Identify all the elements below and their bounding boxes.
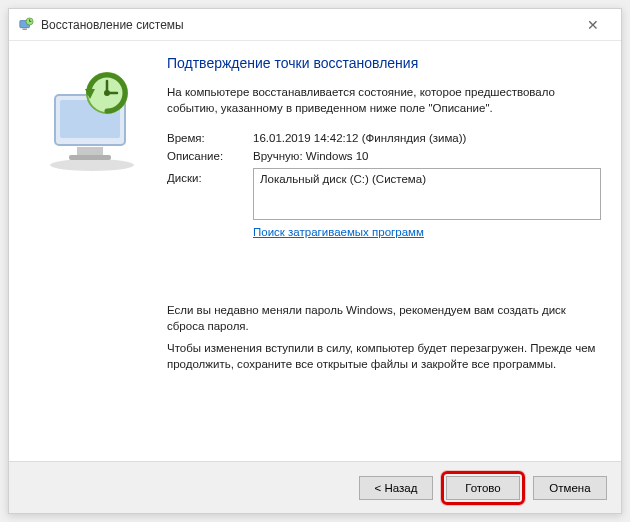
left-column [17, 49, 167, 461]
close-button[interactable]: ✕ [573, 17, 613, 33]
description-label: Описание: [167, 150, 253, 162]
description-row: Описание: Вручную: Windows 10 [167, 150, 601, 162]
window-title: Восстановление системы [41, 18, 573, 32]
dialog-body: Подтверждение точки восстановления На ко… [9, 41, 621, 461]
finish-highlight: Готово [441, 471, 525, 505]
notes-block: Если вы недавно меняли пароль Windows, р… [167, 302, 601, 372]
affected-programs-link[interactable]: Поиск затрагиваемых программ [253, 226, 424, 238]
titlebar: Восстановление системы ✕ [9, 9, 621, 41]
finish-button[interactable]: Готово [446, 476, 520, 500]
dialog-footer: < Назад Готово Отмена [9, 461, 621, 513]
disks-label: Диски: [167, 168, 253, 220]
system-restore-icon [17, 16, 35, 34]
description-text: На компьютере восстанавливается состояни… [167, 85, 601, 116]
time-row: Время: 16.01.2019 14:42:12 (Финляндия (з… [167, 132, 601, 144]
time-value: 16.01.2019 14:42:12 (Финляндия (зима)) [253, 132, 601, 144]
disks-list: Локальный диск (C:) (Система) [253, 168, 601, 220]
description-value: Вручную: Windows 10 [253, 150, 601, 162]
svg-rect-6 [77, 147, 103, 155]
page-heading: Подтверждение точки восстановления [167, 55, 601, 71]
back-button[interactable]: < Назад [359, 476, 433, 500]
right-column: Подтверждение точки восстановления На ко… [167, 49, 601, 461]
restore-illustration-icon [37, 67, 147, 177]
note-password: Если вы недавно меняли пароль Windows, р… [167, 302, 601, 334]
svg-point-3 [50, 159, 134, 171]
cancel-button[interactable]: Отмена [533, 476, 607, 500]
svg-rect-1 [22, 28, 26, 29]
note-restart: Чтобы изменения вступили в силу, компьют… [167, 340, 601, 372]
time-label: Время: [167, 132, 253, 144]
dialog-window: Восстановление системы ✕ [8, 8, 622, 514]
svg-rect-7 [69, 155, 111, 160]
disks-row: Диски: Локальный диск (C:) (Система) [167, 168, 601, 220]
